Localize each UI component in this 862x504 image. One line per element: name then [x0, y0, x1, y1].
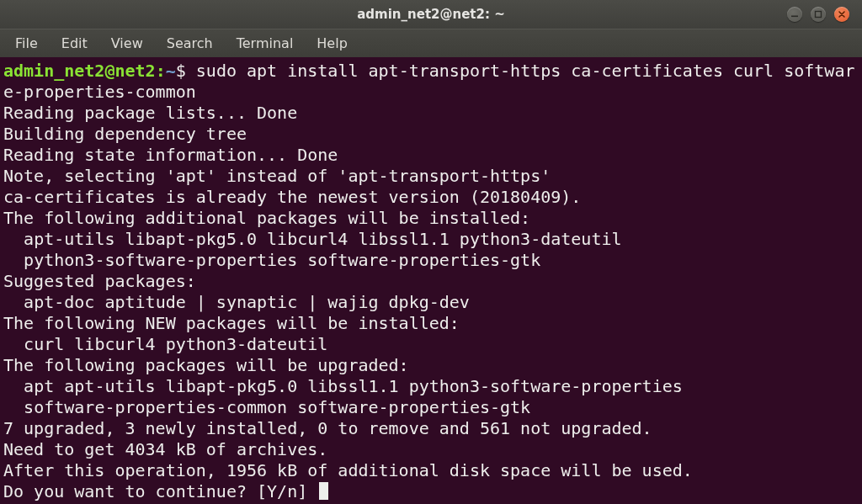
output-line: The following packages will be upgraded:	[3, 355, 409, 375]
output-line: Reading state information... Done	[3, 145, 338, 165]
output-line: Do you want to continue? [Y/n]	[3, 481, 317, 501]
svg-rect-0	[791, 16, 798, 18]
menu-view[interactable]: View	[103, 32, 152, 55]
window-controls	[787, 7, 854, 22]
menubar: File Edit View Search Terminal Help	[0, 29, 862, 57]
prompt-user-host: admin_net2@net2	[3, 61, 156, 81]
menu-help[interactable]: Help	[308, 32, 355, 55]
window-close-button[interactable]	[834, 7, 849, 22]
output-line: software-properties-common software-prop…	[3, 397, 530, 417]
prompt-separator: :	[156, 61, 166, 81]
output-line: Building dependency tree	[3, 124, 247, 144]
output-line: Need to get 4034 kB of archives.	[3, 439, 327, 459]
menu-edit[interactable]: Edit	[53, 32, 96, 55]
window-title: admin_net2@net2: ~	[357, 7, 505, 22]
terminal-viewport[interactable]: admin_net2@net2:~$ sudo apt install apt-…	[0, 57, 862, 504]
output-line: The following NEW packages will be insta…	[3, 313, 460, 333]
output-line: curl libcurl4 python3-dateutil	[3, 334, 327, 354]
prompt-path: ~	[166, 61, 176, 81]
output-line: ca-certificates is already the newest ve…	[3, 187, 581, 207]
output-line: python3-software-properties software-pro…	[3, 250, 540, 270]
prompt-symbol: $	[176, 61, 186, 81]
window-minimize-button[interactable]	[787, 7, 802, 22]
output-line: apt-utils libapt-pkg5.0 libcurl4 libssl1…	[3, 229, 622, 249]
output-line: apt-doc aptitude | synaptic | wajig dpkg…	[3, 292, 470, 312]
svg-rect-1	[816, 12, 822, 18]
menu-search[interactable]: Search	[158, 32, 221, 55]
output-line: Note, selecting 'apt' instead of 'apt-tr…	[3, 166, 551, 186]
window-maximize-button[interactable]	[811, 7, 826, 22]
window-titlebar: admin_net2@net2: ~	[0, 0, 862, 29]
output-line: 7 upgraded, 3 newly installed, 0 to remo…	[3, 418, 652, 438]
output-line: Reading package lists... Done	[3, 103, 297, 123]
terminal-cursor	[319, 482, 328, 500]
output-line: After this operation, 1956 kB of additio…	[3, 460, 693, 480]
output-line: The following additional packages will b…	[3, 208, 530, 228]
menu-file[interactable]: File	[7, 32, 46, 55]
menu-terminal[interactable]: Terminal	[228, 32, 302, 55]
output-line: apt apt-utils libapt-pkg5.0 libssl1.1 py…	[3, 376, 683, 396]
output-line: Suggested packages:	[3, 271, 196, 291]
